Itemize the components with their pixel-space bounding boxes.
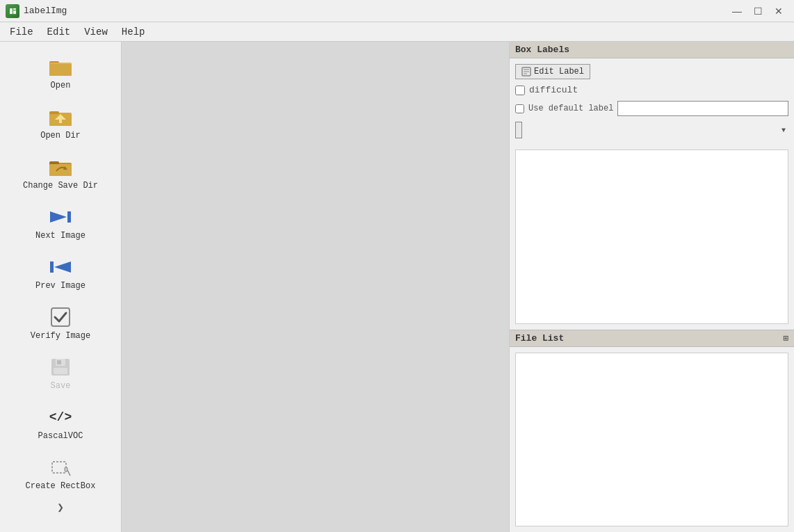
canvas-area xyxy=(122,42,509,532)
dropdown-arrow-icon: ▼ xyxy=(781,127,786,134)
default-label-row: Use default label xyxy=(515,101,788,116)
app-title: labelImg xyxy=(24,6,67,16)
use-default-label-text: Use default label xyxy=(528,104,613,113)
next-image-button[interactable]: Next Image xyxy=(12,199,109,246)
svg-rect-15 xyxy=(49,164,72,176)
box-labels-body: Edit Label difficult Use default label xyxy=(510,58,794,150)
main-layout: Open Open Dir xyxy=(0,42,794,532)
menu-bar: File Edit View Help xyxy=(0,22,794,42)
verify-image-label: Verify Image xyxy=(31,331,90,341)
right-panel: Box Labels Edit Label difficult xyxy=(509,42,794,532)
difficult-row: difficult xyxy=(515,85,788,95)
open-dir-button[interactable]: Open Dir xyxy=(12,99,109,146)
minimize-button[interactable]: — xyxy=(727,3,747,19)
menu-help[interactable]: Help xyxy=(115,24,152,40)
file-list-title: File List xyxy=(515,333,564,344)
title-bar: labelImg — ☐ ✕ xyxy=(0,0,794,22)
save-icon xyxy=(47,355,74,380)
label-dropdown-row: ▼ xyxy=(515,122,788,138)
sidebar: Open Open Dir xyxy=(0,42,122,532)
edit-icon xyxy=(521,67,531,76)
next-image-label: Next Image xyxy=(35,231,86,241)
menu-file[interactable]: File xyxy=(3,24,40,40)
close-button[interactable]: ✕ xyxy=(769,3,788,19)
label-dropdown[interactable] xyxy=(515,122,522,138)
open-label: Open xyxy=(51,81,71,90)
svg-marker-17 xyxy=(50,211,67,223)
prev-image-label: Prev Image xyxy=(35,281,86,291)
title-bar-controls: — ☐ ✕ xyxy=(727,3,788,19)
open-icon xyxy=(47,54,74,79)
edit-label-text: Edit Label xyxy=(534,67,584,76)
svg-rect-18 xyxy=(67,211,71,223)
use-default-label-checkbox[interactable] xyxy=(515,104,524,113)
file-list-area xyxy=(515,353,788,527)
svg-rect-26 xyxy=(52,462,66,473)
title-bar-left: labelImg xyxy=(6,4,67,18)
default-label-input[interactable] xyxy=(617,101,788,116)
pascal-voc-button[interactable]: </> PascalVOC xyxy=(12,399,109,446)
verify-image-icon xyxy=(47,305,74,330)
sidebar-more-indicator[interactable]: ❯ xyxy=(57,501,64,515)
prev-image-icon xyxy=(47,255,74,280)
pascal-voc-icon: </> xyxy=(47,405,74,430)
box-labels-section: Box Labels Edit Label difficult xyxy=(510,42,794,150)
svg-rect-24 xyxy=(54,368,67,374)
change-save-dir-button[interactable]: Change Save Dir xyxy=(12,149,109,196)
open-button[interactable]: Open xyxy=(12,49,109,96)
labels-list-area xyxy=(515,150,788,324)
create-rectbox-button[interactable]: Create RectBox xyxy=(12,449,109,497)
difficult-checkbox[interactable] xyxy=(515,86,525,95)
next-image-icon xyxy=(47,204,74,229)
verify-image-button[interactable]: Verify Image xyxy=(12,299,109,346)
svg-rect-20 xyxy=(50,261,54,273)
change-save-dir-icon xyxy=(47,154,74,179)
open-dir-icon xyxy=(47,104,74,129)
save-button[interactable]: Save xyxy=(12,349,109,396)
svg-rect-25 xyxy=(57,360,61,364)
pascal-voc-label: PascalVOC xyxy=(38,431,83,441)
prev-image-button[interactable]: Prev Image xyxy=(12,249,109,296)
edit-label-button[interactable]: Edit Label xyxy=(515,64,590,79)
maximize-button[interactable]: ☐ xyxy=(748,3,768,19)
file-list-dock-icon: ⊞ xyxy=(784,333,788,344)
svg-rect-2 xyxy=(13,10,16,14)
open-dir-label: Open Dir xyxy=(40,131,81,140)
app-icon xyxy=(6,4,19,18)
file-list-header: File List ⊞ xyxy=(510,330,794,347)
box-labels-header: Box Labels xyxy=(510,42,794,58)
create-rectbox-icon xyxy=(47,455,74,480)
svg-rect-28 xyxy=(65,467,67,471)
svg-line-27 xyxy=(67,470,70,476)
change-save-dir-label: Change Save Dir xyxy=(23,181,98,191)
save-label: Save xyxy=(51,381,71,391)
label-dropdown-wrapper: ▼ xyxy=(515,122,788,138)
create-rectbox-label: Create RectBox xyxy=(26,481,96,491)
svg-rect-7 xyxy=(49,64,72,76)
svg-rect-3 xyxy=(13,8,16,10)
menu-view[interactable]: View xyxy=(77,24,115,40)
svg-rect-1 xyxy=(10,8,13,14)
svg-rect-12 xyxy=(59,119,62,123)
menu-edit[interactable]: Edit xyxy=(40,24,78,40)
difficult-label: difficult xyxy=(529,85,578,95)
svg-marker-19 xyxy=(54,261,71,273)
